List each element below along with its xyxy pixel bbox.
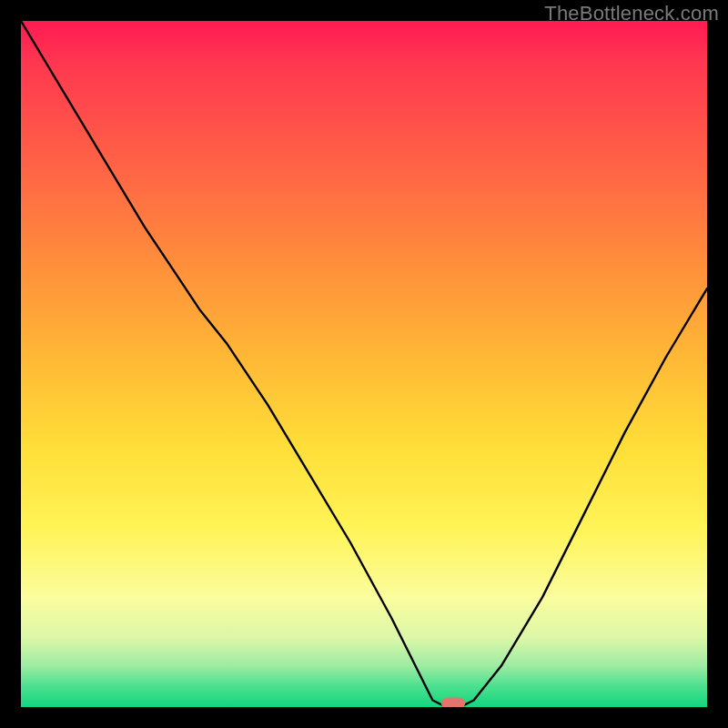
bottleneck-curve — [21, 21, 707, 707]
optimal-marker — [441, 698, 465, 708]
plot-area — [21, 21, 707, 707]
chart-frame: TheBottleneck.com — [0, 0, 728, 728]
watermark-text: TheBottleneck.com — [544, 2, 719, 25]
